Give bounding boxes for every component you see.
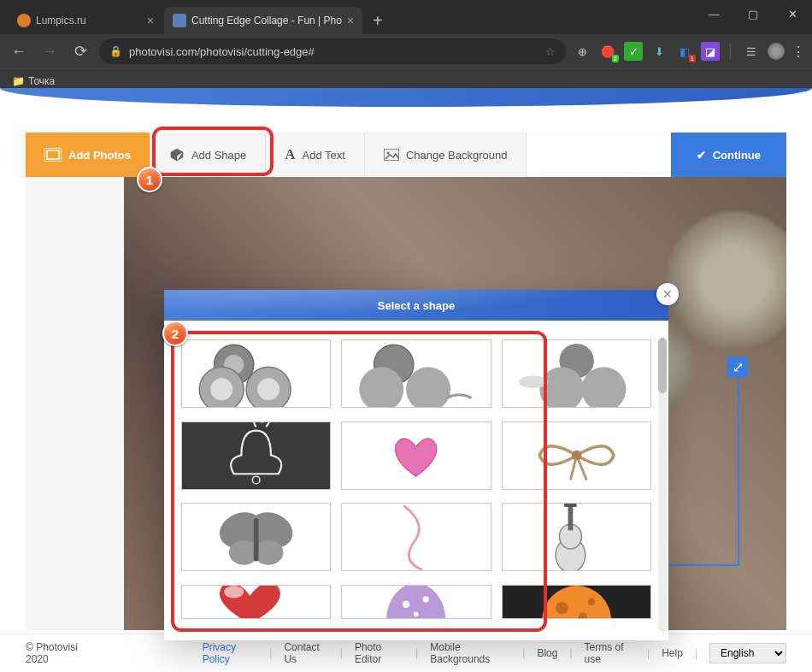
button-label: Change Background: [406, 149, 508, 162]
language-select[interactable]: English: [709, 643, 786, 663]
favicon-icon: [173, 14, 186, 27]
profile-avatar[interactable]: [768, 43, 785, 60]
svg-point-3: [386, 152, 389, 155]
shape-gears-2[interactable]: [341, 339, 491, 408]
reload-button[interactable]: ⟳: [68, 42, 92, 61]
button-label: Add Text: [303, 149, 345, 162]
cube-icon: [169, 147, 185, 162]
extension-check-icon[interactable]: ✓: [624, 42, 643, 61]
svg-point-16: [518, 376, 548, 388]
svg-point-28: [224, 586, 244, 598]
button-label: Continue: [713, 149, 761, 162]
shape-grid: [181, 339, 651, 622]
svg-point-30: [403, 600, 410, 608]
svg-point-17: [252, 476, 260, 484]
tab-photovisi[interactable]: Cutting Edge Collage - Fun | Pho ×: [164, 7, 362, 34]
mobile-link[interactable]: Mobile Backgrounds: [430, 641, 510, 665]
extension-plus-icon[interactable]: ⊕: [573, 42, 591, 61]
add-photos-button[interactable]: Add Photos: [26, 133, 150, 177]
extension-purple-icon[interactable]: ◪: [701, 42, 720, 61]
check-icon: ✔: [697, 149, 706, 162]
star-icon[interactable]: ☆: [545, 45, 556, 58]
change-background-button[interactable]: Change Background: [365, 133, 527, 177]
shape-gears-3[interactable]: [502, 339, 651, 408]
svg-rect-23: [254, 518, 259, 562]
tab-title: Cutting Edge Collage - Fun | Pho: [191, 15, 342, 27]
shape-swirl[interactable]: [341, 503, 491, 571]
back-button[interactable]: ←: [7, 43, 31, 61]
shape-heart-pink[interactable]: [341, 421, 491, 490]
button-label: Add Photos: [68, 149, 131, 162]
scrollbar[interactable]: [658, 338, 667, 632]
callout-1: 1: [137, 167, 162, 192]
bookmark-tochka[interactable]: 📁 Точка: [12, 75, 55, 87]
shape-guitar[interactable]: [502, 503, 651, 571]
dialog-header: Select a shape: [164, 290, 668, 321]
header-wave: [0, 88, 812, 107]
extension-cube-icon[interactable]: ◧1: [675, 42, 694, 61]
lock-icon: 🔒: [109, 45, 122, 57]
callout-2: 2: [162, 321, 188, 346]
reading-list-icon[interactable]: ☰: [742, 42, 761, 61]
copyright: © Photovisi 2020: [26, 641, 93, 665]
close-icon[interactable]: ×: [147, 14, 154, 27]
scrollbar-thumb[interactable]: [658, 338, 667, 393]
svg-point-18: [572, 451, 582, 461]
image-icon: [384, 149, 399, 161]
svg-point-12: [406, 368, 450, 408]
minimize-button[interactable]: —: [694, 0, 733, 27]
continue-button[interactable]: ✔ Continue: [671, 133, 786, 177]
address-bar[interactable]: 🔒 photovisi.com/photovisi/cutting-edge# …: [99, 38, 566, 64]
text-icon: A: [285, 146, 295, 163]
close-window-button[interactable]: ✕: [773, 0, 812, 27]
shape-gears-1[interactable]: [181, 339, 331, 408]
resize-handle[interactable]: ⤢: [727, 357, 748, 377]
svg-point-7: [210, 379, 232, 401]
shape-heart-red[interactable]: [181, 585, 331, 619]
svg-rect-26: [568, 504, 573, 531]
contact-link[interactable]: Contact Us: [284, 641, 327, 665]
button-label: Add Shape: [191, 149, 246, 162]
url-text: photovisi.com/photovisi/cutting-edge#: [129, 45, 315, 58]
add-shape-button[interactable]: Add Shape: [150, 133, 266, 177]
svg-point-9: [257, 379, 279, 401]
dialog-title: Select a shape: [378, 299, 455, 312]
terms-link[interactable]: Terms of use: [585, 641, 635, 665]
svg-point-35: [587, 598, 595, 605]
select-shape-dialog: Select a shape: [164, 290, 668, 640]
privacy-link[interactable]: Privacy Policy: [203, 641, 258, 665]
help-link[interactable]: Help: [662, 647, 683, 659]
shape-bow[interactable]: [502, 421, 651, 490]
add-text-button[interactable]: A Add Text: [266, 133, 365, 177]
bookmark-label: Точка: [28, 75, 55, 87]
shape-planet[interactable]: [502, 585, 651, 619]
photos-icon: [44, 148, 62, 162]
blog-link[interactable]: Blog: [537, 647, 557, 659]
svg-rect-27: [564, 503, 576, 507]
sidebar-strip: [26, 177, 124, 630]
shape-butterfly[interactable]: [181, 503, 331, 571]
editor-link[interactable]: Photo Editor: [355, 641, 403, 665]
extension-download-icon[interactable]: ⬇: [650, 42, 668, 61]
svg-point-34: [556, 602, 568, 614]
extension-adblock-icon[interactable]: 🛑2: [598, 42, 617, 61]
dialog-close-button[interactable]: ✕: [656, 283, 679, 305]
new-tab-button[interactable]: +: [364, 11, 391, 31]
folder-icon: 📁: [12, 75, 25, 87]
tab-title: Lumpics.ru: [36, 15, 86, 27]
menu-button[interactable]: ⋮: [791, 44, 805, 60]
maximize-button[interactable]: ▢: [733, 0, 773, 27]
tab-lumpics[interactable]: Lumpics.ru ×: [9, 7, 162, 34]
forward-button: →: [38, 43, 62, 61]
svg-point-31: [423, 596, 429, 602]
shape-bell[interactable]: [181, 421, 331, 490]
svg-point-32: [414, 611, 419, 616]
close-icon[interactable]: ×: [347, 14, 354, 27]
shape-egg[interactable]: [341, 585, 491, 619]
svg-point-33: [542, 586, 611, 619]
svg-rect-1: [47, 150, 59, 159]
favicon-icon: [17, 14, 31, 27]
